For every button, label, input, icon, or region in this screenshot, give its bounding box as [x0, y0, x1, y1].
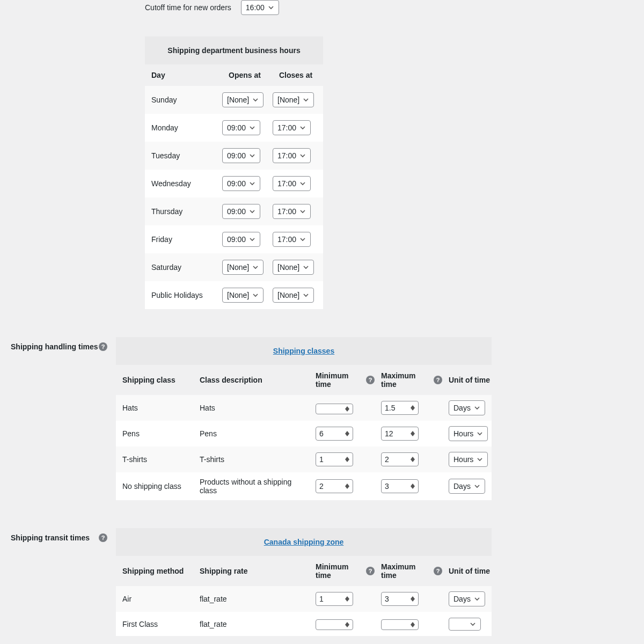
handling-name: Hats — [116, 404, 193, 412]
opens-at-select[interactable]: [None] — [222, 288, 264, 303]
chevron-down-icon — [470, 621, 476, 627]
transit-table: Canada shipping zone Shipping method Shi… — [116, 528, 492, 636]
canada-zone-link[interactable]: Canada shipping zone — [264, 538, 344, 546]
help-icon[interactable]: ? — [366, 376, 375, 384]
shipping-classes-link[interactable]: Shipping classes — [273, 347, 334, 355]
unit-select[interactable] — [449, 618, 481, 631]
opens-at-select[interactable]: 09:00 — [222, 120, 260, 135]
transit-row: First Classflat_rate — [116, 612, 492, 636]
min-time-input[interactable]: 1 — [316, 452, 353, 466]
opens-at-value: [None] — [227, 96, 249, 104]
hours-row: Public Holidays[None][None] — [145, 281, 323, 309]
transit-desc: flat_rate — [193, 595, 309, 603]
max-time-value: 3 — [385, 482, 389, 491]
max-time-input[interactable]: 3 — [381, 592, 419, 606]
min-time-input[interactable] — [316, 619, 353, 630]
handling-row: PensPens612Hours — [116, 421, 492, 447]
handling-name: T-shirts — [116, 455, 193, 464]
handling-desc: Hats — [193, 404, 309, 412]
max-time-input[interactable]: 12 — [381, 427, 419, 441]
min-time-input[interactable]: 1 — [316, 592, 353, 606]
closes-at-value: 17:00 — [277, 235, 296, 244]
opens-at-select[interactable]: 09:00 — [222, 148, 260, 163]
stepper-icon — [345, 457, 349, 462]
help-icon[interactable]: ? — [434, 567, 442, 575]
max-time-input[interactable]: 3 — [381, 479, 419, 493]
chevron-down-icon — [249, 208, 255, 215]
help-icon[interactable]: ? — [99, 342, 107, 351]
max-time-input[interactable]: 2 — [381, 452, 419, 466]
help-icon[interactable]: ? — [366, 567, 375, 575]
handling-table: Shipping classes Shipping class Class de… — [116, 337, 492, 500]
closes-at-select[interactable]: [None] — [273, 260, 314, 275]
closes-at-value: 17:00 — [277, 179, 296, 188]
chevron-down-icon — [303, 97, 309, 103]
chevron-down-icon — [477, 456, 483, 463]
closes-at-select[interactable]: 17:00 — [273, 204, 311, 219]
stepper-icon — [345, 484, 349, 489]
cutoff-time-row: Cutoff time for new orders 16:00 — [11, 0, 633, 15]
min-time-value: 6 — [319, 429, 324, 438]
min-time-input[interactable] — [316, 404, 353, 414]
transit-desc: flat_rate — [193, 620, 309, 628]
unit-select[interactable]: Days — [449, 479, 485, 494]
hours-row: Friday09:0017:00 — [145, 225, 323, 253]
stepper-icon — [411, 457, 415, 462]
closes-at-select[interactable]: 17:00 — [273, 232, 311, 247]
opens-at-select[interactable]: 09:00 — [222, 204, 260, 219]
closes-at-select[interactable]: 17:00 — [273, 148, 311, 163]
stepper-icon — [411, 431, 415, 436]
stepper-icon — [345, 596, 349, 602]
opens-at-value: 09:00 — [227, 235, 246, 244]
col-shipping-method: Shipping method — [116, 562, 193, 580]
chevron-down-icon — [249, 152, 255, 159]
chevron-down-icon — [299, 180, 306, 187]
chevron-down-icon — [252, 292, 259, 298]
handling-name: Pens — [116, 429, 193, 438]
opens-at-value: 09:00 — [227, 179, 246, 188]
handling-section-label: Shipping handling times — [11, 342, 98, 351]
closes-at-value: 17:00 — [277, 123, 296, 132]
max-time-value: 2 — [385, 455, 389, 464]
unit-value: Hours — [453, 455, 473, 464]
chevron-down-icon — [299, 208, 306, 215]
col-class-desc: Class description — [193, 371, 309, 389]
chevron-down-icon — [303, 264, 309, 270]
unit-select[interactable]: Days — [449, 400, 485, 415]
handling-row: No shipping classProducts without a ship… — [116, 472, 492, 500]
hours-row: Thursday09:0017:00 — [145, 197, 323, 225]
closes-at-select[interactable]: 17:00 — [273, 120, 311, 135]
chevron-down-icon — [474, 596, 480, 602]
opens-at-select[interactable]: [None] — [222, 92, 264, 107]
closes-at-select[interactable]: [None] — [273, 288, 314, 303]
min-time-input[interactable]: 6 — [316, 427, 353, 441]
col-day: Day — [145, 71, 222, 79]
opens-at-select[interactable]: 09:00 — [222, 176, 260, 191]
max-time-input[interactable] — [381, 619, 419, 630]
chevron-down-icon — [249, 236, 255, 243]
help-icon[interactable]: ? — [99, 533, 107, 542]
closes-at-select[interactable]: 17:00 — [273, 176, 311, 191]
chevron-down-icon — [474, 405, 480, 411]
chevron-down-icon — [477, 430, 483, 437]
unit-select[interactable]: Days — [449, 591, 485, 606]
chevron-down-icon — [252, 264, 259, 270]
closes-at-select[interactable]: [None] — [273, 92, 314, 107]
stepper-icon — [411, 405, 415, 411]
opens-at-select[interactable]: [None] — [222, 260, 264, 275]
min-time-value: 1 — [319, 595, 324, 603]
opens-at-select[interactable]: 09:00 — [222, 232, 260, 247]
hours-row: Saturday[None][None] — [145, 253, 323, 281]
max-time-value: 1.5 — [385, 404, 395, 412]
cutoff-time-select[interactable]: 16:00 — [241, 0, 279, 15]
help-icon[interactable]: ? — [434, 376, 442, 384]
unit-select[interactable]: Hours — [449, 426, 488, 441]
chevron-down-icon — [249, 125, 255, 131]
unit-select[interactable]: Hours — [449, 452, 488, 467]
max-time-input[interactable]: 1.5 — [381, 401, 419, 415]
col-shipping-class: Shipping class — [116, 371, 193, 389]
min-time-input[interactable]: 2 — [316, 479, 353, 493]
col-unit: Unit of time — [442, 562, 492, 580]
day-label: Monday — [145, 123, 222, 132]
handling-row: HatsHats1.5Days — [116, 395, 492, 421]
